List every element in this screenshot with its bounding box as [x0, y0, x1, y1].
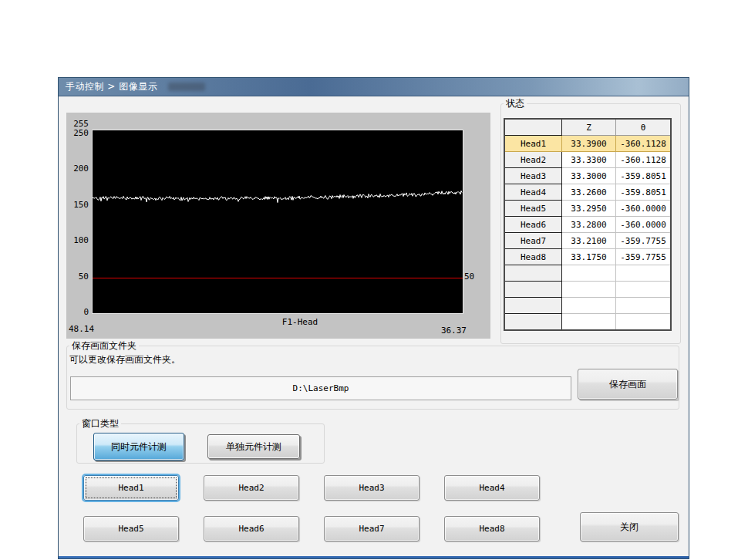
z-value-cell: 33.3300 [562, 152, 616, 168]
table-row[interactable]: Head833.1750-359.7755 [504, 249, 671, 265]
y-tick-label: 50 [66, 272, 89, 282]
z-value-cell: 33.2800 [562, 217, 616, 233]
header-cell-z: Z [562, 119, 616, 136]
table-header-row: Zθ [504, 119, 671, 136]
status-group-label: 状态 [504, 97, 527, 110]
theta-value-cell: -359.8051 [616, 168, 672, 184]
empty-cell [504, 314, 562, 331]
x-range-left-label: 48.14 [69, 324, 94, 334]
signal-plot-area [92, 130, 463, 314]
save-screen-button[interactable]: 保存画面 [578, 369, 678, 400]
signal-trace [93, 130, 463, 313]
table-row[interactable]: Head433.2600-359.8051 [504, 184, 671, 201]
empty-cell [616, 265, 672, 282]
table-row[interactable]: Head133.3900-360.1128 [504, 136, 671, 152]
window-title: 手动控制 > 图像显示 [66, 80, 157, 93]
head1-button[interactable]: Head1 [83, 475, 179, 501]
status-table: ZθHead133.3900-360.1128Head233.3300-360.… [504, 118, 672, 331]
table-empty-row [504, 298, 671, 314]
empty-cell [504, 298, 562, 314]
redacted-text-blur [168, 83, 205, 91]
empty-cell [616, 314, 672, 331]
empty-cell [616, 282, 672, 298]
table-row[interactable]: Head733.2100-359.7755 [504, 233, 671, 249]
z-value-cell: 33.2600 [562, 184, 616, 201]
z-value-cell: 33.3900 [562, 136, 616, 152]
header-cell-theta: θ [616, 119, 672, 136]
z-value-cell: 33.2950 [562, 201, 616, 217]
head2-button[interactable]: Head2 [204, 475, 299, 501]
theta-value-cell: -360.0000 [616, 217, 672, 233]
z-value-cell: 33.3000 [562, 168, 616, 184]
theta-value-cell: -359.7755 [616, 249, 672, 265]
head-cell: Head7 [504, 233, 562, 249]
empty-cell [562, 298, 616, 314]
table-empty-row [504, 282, 671, 298]
y-tick-label: 250 [66, 128, 89, 138]
z-value-cell: 33.1750 [562, 249, 616, 265]
table-empty-row [504, 265, 671, 282]
close-button[interactable]: 关闭 [580, 512, 679, 541]
head-cell: Head3 [504, 168, 562, 184]
head8-button[interactable]: Head8 [444, 516, 540, 541]
title-bar: 手动控制 > 图像显示 [59, 78, 689, 96]
x-axis-label: F1-Head [254, 317, 346, 327]
threshold-value-label: 50 [464, 272, 474, 282]
empty-cell [504, 265, 562, 282]
y-tick-label: 150 [66, 200, 89, 210]
theta-value-cell: -360.1128 [616, 136, 672, 152]
table-row[interactable]: Head233.3300-360.1128 [504, 152, 671, 168]
head4-button[interactable]: Head4 [444, 475, 540, 501]
head-cell: Head2 [504, 152, 562, 168]
head3-button[interactable]: Head3 [324, 475, 419, 501]
threshold-line [93, 278, 463, 278]
status-table-wrap: ZθHead133.3900-360.1128Head233.3300-360.… [504, 118, 672, 331]
simultaneous-measure-button[interactable]: 同时元件计测 [93, 433, 184, 460]
table-row[interactable]: Head333.3000-359.8051 [504, 168, 671, 184]
y-tick-label: 200 [66, 164, 89, 174]
head6-button[interactable]: Head6 [204, 516, 299, 541]
theta-value-cell: -359.8051 [616, 184, 672, 201]
image-display-panel: 255250200150100500 50 48.14 F1-Head 36.3… [66, 113, 490, 339]
header-cell-blank [504, 119, 562, 136]
head-cell: Head4 [504, 184, 562, 201]
head7-button[interactable]: Head7 [324, 516, 419, 541]
head5-button[interactable]: Head5 [83, 516, 179, 541]
theta-value-cell: -360.1128 [616, 152, 672, 168]
empty-cell [562, 265, 616, 282]
theta-value-cell: -359.7755 [616, 233, 672, 249]
empty-cell [504, 282, 562, 298]
z-value-cell: 33.2100 [562, 233, 616, 249]
head-cell: Head8 [504, 249, 562, 265]
x-range-right-label: 36.37 [420, 326, 467, 336]
empty-cell [562, 282, 616, 298]
save-folder-description: 可以更改保存画面文件夹。 [69, 353, 180, 366]
dialog-window: 手动控制 > 图像显示 255250200150100500 50 48.14 … [58, 77, 689, 559]
table-empty-row [504, 314, 671, 331]
table-row[interactable]: Head633.2800-360.0000 [504, 217, 671, 233]
head-cell: Head6 [504, 217, 562, 233]
head-cell: Head5 [504, 201, 562, 217]
y-tick-label: 100 [66, 235, 89, 245]
save-folder-group-label: 保存画面文件夹 [69, 339, 139, 353]
save-path-field[interactable]: D:\LaserBmp [70, 376, 571, 400]
window-type-group-label: 窗口类型 [79, 417, 121, 430]
theta-value-cell: -360.0000 [616, 201, 672, 217]
empty-cell [562, 314, 616, 331]
head-cell: Head1 [504, 136, 562, 152]
individual-measure-button[interactable]: 单独元件计测 [207, 434, 300, 459]
table-row[interactable]: Head533.2950-360.0000 [504, 201, 671, 217]
y-tick-label: 0 [66, 307, 89, 317]
empty-cell [616, 298, 672, 314]
